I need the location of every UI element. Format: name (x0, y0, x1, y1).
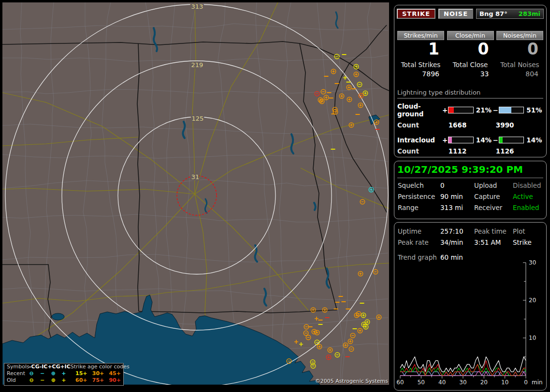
svg-text:20: 20 (529, 297, 536, 304)
legend-col-pos-cg: +CG (47, 364, 60, 370)
legend-symbol-glyph: + (59, 377, 69, 384)
map-svg: 31321912531 (2, 2, 389, 385)
ring-label-31: 31 (191, 173, 200, 181)
trend-panel: Uptime 257:10 Peak time Plot Peak rate 3… (394, 222, 547, 391)
minus-sign: − (492, 106, 498, 114)
close-per-min-chip: Close/min (447, 31, 494, 40)
cloud-ground-label: Cloud-ground (397, 102, 442, 118)
total-strikes-label: Total Strikes (397, 61, 444, 69)
legend-row-old: Old⊖−⊕+60+75+90+ (4, 377, 123, 384)
ic-neg-count: 1126 (496, 147, 543, 155)
squelch-label: Squelch (398, 182, 440, 189)
strikes-per-min-chip: Strikes/min (397, 31, 444, 40)
ic-pos-count: 1112 (449, 147, 496, 155)
intracloud-count-row: Count 1112 1126 (397, 147, 543, 155)
legend-age-code: 15+ (73, 370, 90, 377)
legend-age-title: Strike age color codes (71, 364, 130, 370)
status-row: Persistence 90 min Capture Active (394, 193, 546, 200)
upload-status: Disabled (513, 182, 541, 189)
receiver-status: Enabled (513, 204, 539, 211)
cg-neg-count: 3990 (496, 121, 543, 129)
ring-label-219: 219 (191, 61, 203, 69)
stats-row: Peak rate 34/min 3:51 AM Strike (394, 238, 546, 246)
map-view[interactable]: 31321912531 Symbols -CG -IC +CG +IC Stri… (2, 2, 389, 385)
legend-row-recent: Recent⊖−⊕+15+30+45+ (4, 370, 123, 377)
legend-age-code: 90+ (106, 377, 123, 384)
strikes-per-min-value: 1 (397, 40, 444, 58)
legend-symbol-glyph: ⊕ (48, 370, 59, 377)
intracloud-row: Intracloud + 14% − 14% (397, 136, 543, 144)
cloud-ground-row: Cloud-ground + 21% − 51% (397, 102, 543, 118)
range-value: 313 mi (440, 204, 474, 211)
legend-symbol-glyph: ⊕ (48, 377, 59, 384)
noise-mode-button[interactable]: NOISE (438, 9, 473, 19)
legend-age-code: 60+ (73, 377, 90, 384)
svg-text:40: 40 (438, 379, 446, 386)
svg-text:0: 0 (524, 379, 528, 386)
svg-text:20: 20 (480, 379, 488, 386)
total-close-label: Total Close (447, 61, 494, 69)
legend-symbols-label: Symbols (7, 364, 29, 370)
legend-symbol-glyph: + (59, 370, 69, 377)
ic-pos-bar (448, 137, 474, 143)
legend-age-code: 75+ (90, 377, 107, 384)
total-noises-label: Total Noises (496, 61, 543, 69)
noises-per-min-chip: Noises/min (496, 31, 543, 40)
intracloud-label: Intracloud (397, 136, 442, 144)
strike-stats-panel: STRIKE NOISE Bng 87° 283mi Strikes/min 1… (394, 5, 547, 157)
bearing-label: Bng 87° (479, 10, 507, 17)
uptime-value: 257:10 (440, 227, 474, 235)
total-close-value: 33 (447, 70, 494, 78)
ic-neg-bar (499, 137, 524, 143)
legend-symbol-glyph: − (37, 370, 48, 377)
peak-time-value: 3:51 AM (474, 238, 513, 246)
close-per-min-column: Close/min 0 Total Close 33 (447, 31, 494, 78)
capture-label: Capture (474, 193, 513, 200)
peak-time-label: Peak time (474, 227, 513, 235)
cg-pos-bar (448, 107, 474, 113)
persistence-label: Persistence (398, 193, 440, 200)
trend-graph: 1020300102030405060min (396, 260, 545, 388)
svg-text:50: 50 (418, 379, 425, 386)
bearing-display: Bng 87° 283mi (476, 9, 544, 19)
peak-rate-label: Peak rate (398, 238, 440, 246)
count-label: Count (397, 121, 449, 129)
legend-age-label: Recent (7, 370, 26, 377)
upload-label: Upload (474, 182, 513, 189)
legend-symbol-glyph: ⊖ (26, 377, 37, 384)
svg-text:10: 10 (529, 335, 536, 341)
distribution-title: Lightning type distribution (397, 89, 543, 98)
legend-age-code: 30+ (90, 370, 107, 377)
ring-label-313: 313 (191, 3, 203, 10)
receiver-label: Receiver (474, 204, 513, 211)
status-panel: 10/27/2025 9:39:20 PM Squelch 0 Upload D… (394, 161, 547, 219)
svg-text:10: 10 (501, 379, 508, 386)
range-label: Range (398, 204, 440, 211)
noises-per-min-column: Noises/min 0 Total Noises 804 (496, 31, 543, 78)
total-strikes-value: 7896 (397, 70, 444, 78)
ic-neg-pct: 14% (526, 136, 543, 144)
ic-pos-pct: 14% (476, 136, 493, 144)
persistence-value: 90 min (440, 193, 474, 200)
legend-symbol-glyph: − (37, 377, 48, 384)
ring-label-125: 125 (192, 115, 204, 122)
legend-age-label: Old (7, 377, 26, 384)
plus-sign: + (442, 106, 448, 114)
strike-mode-button[interactable]: STRIKE (397, 9, 435, 19)
map-legend: Symbols -CG -IC +CG +IC Strike age color… (4, 363, 124, 386)
legend-symbol-glyph: ⊖ (26, 370, 37, 377)
svg-text:60: 60 (396, 379, 404, 386)
strikes-per-min-column: Strikes/min 1 Total Strikes 7896 (397, 31, 444, 78)
svg-text:30: 30 (459, 379, 466, 386)
noises-per-min-value: 0 (496, 40, 543, 58)
legend-col-neg-ic: -IC (40, 364, 48, 370)
datetime-display: 10/27/2025 9:39:20 PM (397, 164, 543, 178)
copyright-text: ©2005 Astrogenic Systems (315, 378, 388, 384)
minus-sign: − (492, 136, 498, 144)
status-row: Squelch 0 Upload Disabled (394, 182, 546, 189)
capture-status: Active (513, 193, 533, 200)
close-per-min-value: 0 (447, 40, 494, 58)
svg-text:min: min (532, 379, 543, 386)
plot-label: Plot (513, 227, 525, 235)
cg-pos-count: 1668 (449, 121, 496, 129)
